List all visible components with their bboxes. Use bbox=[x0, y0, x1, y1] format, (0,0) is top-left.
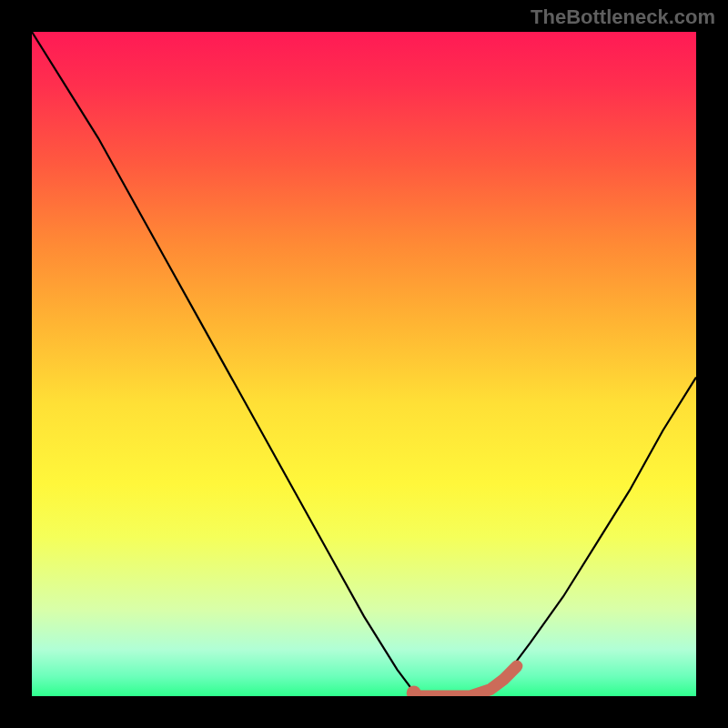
chart-svg bbox=[32, 32, 696, 696]
highlight-segment bbox=[417, 666, 517, 696]
watermark-text: TheBottleneck.com bbox=[531, 5, 715, 29]
highlight-dot bbox=[407, 685, 421, 696]
bottleneck-curve bbox=[32, 32, 696, 696]
chart-plot-area bbox=[32, 32, 696, 696]
